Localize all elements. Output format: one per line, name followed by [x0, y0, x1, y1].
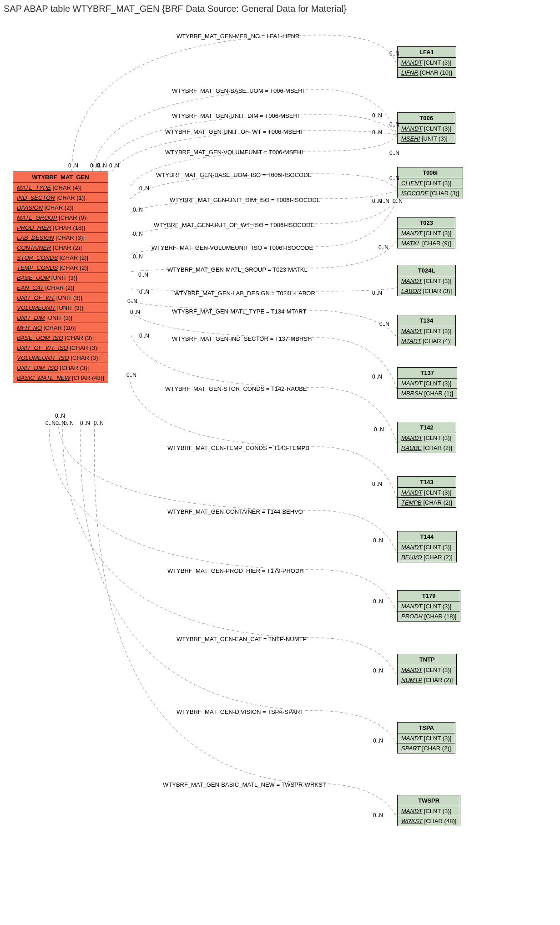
- entity-field: BASIC_MATL_NEW [CHAR (48)]: [13, 373, 108, 383]
- field-name: VOLUMEUNIT: [17, 304, 55, 311]
- cardinality-label: 0..N: [373, 537, 383, 544]
- field-name: MANDT: [401, 489, 422, 496]
- cardinality-label: 0..N: [68, 162, 78, 169]
- cardinality-label: 0..N: [372, 374, 382, 380]
- entity-field: BASE_UOM [UNIT (3)]: [13, 273, 108, 283]
- cardinality-label: 0..N: [372, 129, 382, 136]
- entity-field: TEMP_CONDS [CHAR (2)]: [13, 263, 108, 273]
- entity-field: MANDT [CLNT (3)]: [398, 228, 455, 238]
- field-type: [CHAR (2)]: [422, 499, 452, 506]
- field-type: [CHAR (1)]: [55, 194, 86, 201]
- field-name: DIVISION: [17, 204, 43, 211]
- field-type: [CHAR (3)]: [429, 190, 459, 197]
- cardinality-label: 0..N: [139, 289, 149, 295]
- entity-header: T006I: [398, 167, 463, 178]
- relation-label: WTYBRF_MAT_GEN-STOR_CONDS = T142-RAUBE: [165, 385, 307, 392]
- field-type: [UNIT (3)]: [55, 304, 83, 311]
- entity-t134: T134MANDT [CLNT (3)]MTART [CHAR (4)]: [397, 315, 456, 346]
- field-name: STOR_CONDS: [17, 254, 58, 261]
- cardinality-label: 0..N: [378, 244, 388, 251]
- entity-lfa1: LFA1MANDT [CLNT (3)]LIFNR [CHAR (10)]: [397, 46, 456, 78]
- relation-label: WTYBRF_MAT_GEN-TEMP_CONDS = T143-TEMPB: [167, 445, 309, 451]
- entity-field: MANDT [CLNT (3)]: [398, 488, 456, 498]
- field-type: [CLNT (3)]: [422, 59, 451, 66]
- entity-field: MANDT [CLNT (3)]: [398, 733, 455, 743]
- entity-field: RAUBE [CHAR (2)]: [398, 443, 456, 453]
- relation-label: WTYBRF_MAT_GEN-BASE_UOM = T006-MSEHI: [172, 87, 304, 94]
- field-type: [CHAR (18)]: [51, 224, 85, 231]
- field-type: [CLNT (3)]: [422, 544, 451, 551]
- field-name: UNIT_OF_WT_ISO: [17, 344, 68, 351]
- field-type: [CLNT (3)]: [422, 735, 451, 742]
- cardinality-label: 0..N: [373, 812, 383, 819]
- cardinality-label: 0..N: [374, 426, 384, 433]
- field-name: SPART: [401, 745, 420, 752]
- relation-label: WTYBRF_MAT_GEN-VOLUMEUNIT_ISO = T006I-IS…: [151, 244, 313, 251]
- relation-label: WTYBRF_MAT_GEN-IND_SECTOR = T137-MBRSH: [172, 335, 312, 342]
- field-name: MANDT: [401, 59, 422, 66]
- field-name: TEMPB: [401, 499, 422, 506]
- field-type: [CLNT (3)]: [422, 328, 451, 334]
- relation-label: WTYBRF_MAT_GEN-MFR_NO = LFA1-LIFNR: [177, 33, 299, 40]
- entity-header: T134: [398, 315, 455, 326]
- entity-field: CONTAINER [CHAR (2)]: [13, 243, 108, 253]
- entity-t142: T142MANDT [CLNT (3)]RAUBE [CHAR (2)]: [397, 422, 456, 453]
- field-name: IND_SECTOR: [17, 194, 55, 201]
- entity-field: UNIT_OF_WT [UNIT (3)]: [13, 293, 108, 303]
- cardinality-label: 0..N: [109, 162, 119, 169]
- field-name: MANDT: [401, 603, 422, 610]
- entity-header: T137: [398, 368, 457, 379]
- cardinality-label: 0..N: [126, 372, 136, 378]
- cardinality-label: 0..N: [373, 598, 383, 605]
- entity-field: ISOCODE [CHAR (3)]: [398, 188, 463, 198]
- entity-header: T142: [398, 422, 456, 433]
- cardinality-label: 0..N: [372, 481, 382, 487]
- entity-field: MANDT [CLNT (3)]: [398, 542, 456, 552]
- field-name: UNIT_DIM: [17, 314, 45, 321]
- field-name: CLIENT: [401, 180, 422, 187]
- entity-field: MANDT [CLNT (3)]: [398, 379, 457, 389]
- field-type: [CHAR (2)]: [58, 264, 88, 271]
- field-name: ISOCODE: [401, 190, 429, 197]
- relation-label: WTYBRF_MAT_GEN-PROD_HIER = T179-PRODH: [167, 567, 304, 574]
- field-name: MANDT: [401, 735, 422, 742]
- entity-field: EAN_CAT [CHAR (2)]: [13, 283, 108, 293]
- relation-label: WTYBRF_MAT_GEN-BASIC_MATL_NEW = TWSPR-WR…: [163, 781, 326, 788]
- field-type: [CHAR (1)]: [423, 390, 453, 397]
- field-name: EAN_CAT: [17, 284, 44, 291]
- entity-t143: T143MANDT [CLNT (3)]TEMPB [CHAR (2)]: [397, 476, 456, 508]
- field-name: MATKL: [401, 240, 420, 247]
- field-name: NUMTP: [401, 677, 422, 683]
- entity-field: NUMTP [CHAR (2)]: [398, 675, 456, 685]
- entity-field: DIVISION [CHAR (2)]: [13, 203, 108, 213]
- cardinality-label: 0..N: [379, 321, 389, 327]
- entity-field: MANDT [CLNT (3)]: [398, 326, 455, 336]
- entity-field: VOLUMEUNIT [UNIT (3)]: [13, 303, 108, 313]
- field-name: VOLUMEUNIT_ISO: [17, 354, 69, 361]
- field-type: [CLNT (3)]: [422, 278, 451, 284]
- entity-field: TEMPB [CHAR (2)]: [398, 498, 456, 507]
- entity-field: MATKL [CHAR (9)]: [398, 238, 455, 248]
- cardinality-label: 0..N: [94, 420, 104, 426]
- entity-wtybrf-mat-gen: WTYBRF_MAT_GENMATL_TYPE [CHAR (4)]IND_SE…: [13, 172, 108, 383]
- entity-header: TSPA: [398, 723, 455, 733]
- field-type: [UNIT (3)]: [55, 294, 82, 301]
- page-title: SAP ABAP table WTYBRF_MAT_GEN {BRF Data …: [4, 4, 556, 14]
- field-type: [CHAR (4)]: [421, 338, 452, 344]
- field-type: [CHAR (48)]: [71, 374, 104, 381]
- cardinality-label: 0..N: [373, 667, 383, 674]
- field-type: [CHAR (2)]: [51, 244, 82, 251]
- field-type: [CHAR (3)]: [69, 354, 100, 361]
- entity-field: LAB_DESIGN [CHAR (3)]: [13, 233, 108, 243]
- field-type: [UNIT (3)]: [45, 314, 72, 321]
- relation-label: WTYBRF_MAT_GEN-UNIT_DIM = T006-MSEHI: [172, 112, 299, 119]
- field-type: [CHAR (3)]: [63, 334, 94, 341]
- cardinality-label: 0..N: [133, 207, 143, 213]
- relation-label: WTYBRF_MAT_GEN-CONTAINER = T144-BEHVO: [167, 508, 303, 515]
- cardinality-label: 0..N: [64, 420, 74, 426]
- entity-header: T179: [398, 591, 460, 602]
- entity-field: MANDT [CLNT (3)]: [398, 433, 456, 443]
- entity-t144: T144MANDT [CLNT (3)]BEHVO [CHAR (2)]: [397, 531, 457, 562]
- entity-tspa: TSPAMANDT [CLNT (3)]SPART [CHAR (2)]: [397, 722, 455, 753]
- field-name: MANDT: [401, 380, 422, 387]
